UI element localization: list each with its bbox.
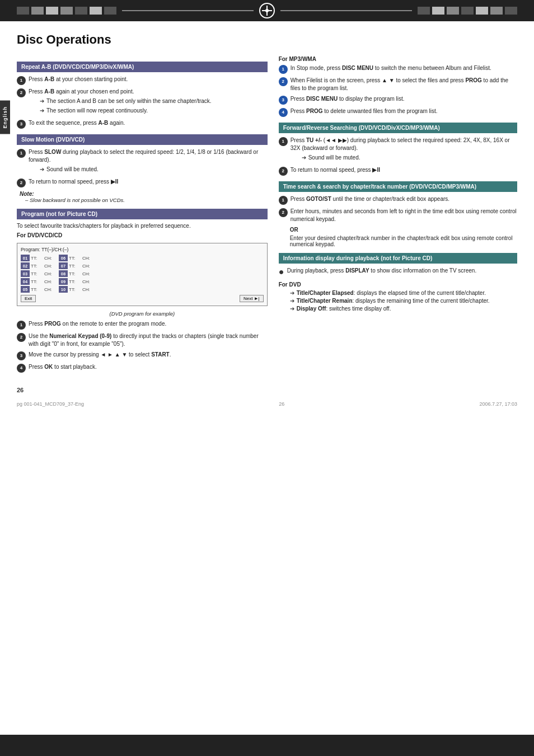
bar-block bbox=[476, 7, 488, 15]
arrow-item: ➔ Title/Chapter Elapsed: displays the el… bbox=[290, 290, 517, 296]
bottom-bar bbox=[0, 735, 534, 756]
page-content: Disc Operations Repeat A-B (DVD/VCD/CD/M… bbox=[0, 21, 534, 387]
list-item: 1 Press PROG on the remote to enter the … bbox=[17, 320, 268, 330]
or-text: Enter your desired chapter/track number … bbox=[290, 235, 517, 247]
footer-info: pg 001-041_MCD709_37-Eng 26 2006.7.27, 1… bbox=[0, 399, 534, 409]
bar-block bbox=[90, 7, 102, 15]
arrow-item: ➔ The section will now repeat continuous… bbox=[40, 107, 268, 115]
table-row: 08 TT: CH: bbox=[59, 270, 95, 277]
prog-tt: TT: bbox=[31, 287, 43, 292]
item-number: 1 bbox=[279, 137, 288, 146]
or-label: OR bbox=[290, 227, 517, 233]
list-item: 2 When Filelist is on the screen, press … bbox=[279, 77, 517, 92]
item-text: To return to normal speed, press ▶II bbox=[29, 178, 268, 186]
item-number: 1 bbox=[279, 65, 288, 74]
bar-block bbox=[505, 7, 517, 15]
table-row: 07 TT: CH: bbox=[59, 262, 95, 269]
arrow-text: Title/Chapter Elapsed: displays the elap… bbox=[297, 290, 486, 296]
item-text: To return to normal speed, press ▶II bbox=[291, 166, 517, 174]
exit-button[interactable]: Exit bbox=[21, 295, 36, 302]
prog-tt: TT: bbox=[31, 271, 43, 276]
prog-tt: TT: bbox=[31, 264, 43, 269]
item-number: 1 bbox=[17, 149, 26, 158]
footer-date: 2006.7.27, 17:03 bbox=[479, 401, 517, 407]
list-item: 1 In Stop mode, press DISC MENU to switc… bbox=[279, 64, 517, 74]
item-number: 1 bbox=[17, 321, 26, 330]
left-column: Repeat A-B (DVD/VCD/CD/MP3/DivX/WMA) 1 P… bbox=[17, 56, 268, 375]
table-row: 02 TT: CH: bbox=[21, 262, 57, 269]
forward-reverse-header: Forward/Reverse Searching (DVD/VCD/DivX/… bbox=[279, 123, 517, 133]
bar-block bbox=[31, 7, 44, 15]
list-item: 1 Press A-B at your chosen starting poin… bbox=[17, 76, 268, 85]
top-bar-line bbox=[122, 10, 254, 11]
right-column: For MP3/WMA 1 In Stop mode, press DISC M… bbox=[279, 56, 517, 375]
prog-tt: TT: bbox=[69, 256, 81, 261]
item-text: Press PROG on the remote to enter the pr… bbox=[29, 320, 268, 328]
for-dvd-subheader: For DVD/VCD/CD bbox=[17, 232, 268, 238]
table-row: 04 TT: CH: bbox=[21, 278, 57, 285]
bar-block bbox=[418, 7, 430, 15]
list-item: 1 Press GOTO/ST until the time or chapte… bbox=[279, 195, 517, 205]
item-number: 2 bbox=[279, 77, 288, 86]
item-number: 4 bbox=[279, 108, 288, 117]
prog-tt: TT: bbox=[69, 279, 81, 284]
item-text: When Filelist is on the screen, press ▲ … bbox=[291, 77, 517, 92]
item-text: Press TU +/- (◄◄ ▶▶) during playback to … bbox=[291, 137, 517, 163]
item-text: Move the cursor by pressing ◄ ► ▲ ▼ to s… bbox=[29, 351, 268, 359]
page-number: 26 bbox=[17, 387, 517, 393]
time-search-header: Time search & search by chapter/track nu… bbox=[279, 181, 517, 192]
note-title: Note: bbox=[20, 191, 268, 197]
next-button[interactable]: Next ►| bbox=[240, 295, 264, 302]
prog-footer: Exit Next ►| bbox=[21, 295, 264, 302]
item-number: 2 bbox=[279, 167, 288, 176]
prog-tt: TT: bbox=[69, 264, 81, 269]
item-number: 1 bbox=[17, 76, 26, 85]
item-text: Press A-B again at your chosen end point… bbox=[29, 88, 268, 116]
note-block: Note: – Slow backward is not possible on… bbox=[20, 191, 268, 203]
prog-num: 08 bbox=[59, 270, 68, 277]
list-item: 2 Use the Numerical Keypad (0-9) to dire… bbox=[17, 332, 268, 348]
arrow-item: ➔ Display Off: switches time display off… bbox=[290, 306, 517, 312]
prog-ch: CH: bbox=[82, 256, 95, 261]
program-intro: To select favourite tracks/chapters for … bbox=[17, 223, 268, 229]
bar-block bbox=[17, 7, 29, 15]
list-item: 3 Move the cursor by pressing ◄ ► ▲ ▼ to… bbox=[17, 351, 268, 360]
table-row: 06 TT: CH: bbox=[59, 255, 95, 261]
arrow-text: Display Off: switches time display off. bbox=[297, 306, 391, 312]
prog-num: 06 bbox=[59, 255, 68, 261]
prog-table-title: Program: TT(–)/CH:(–) bbox=[21, 247, 264, 252]
item-text: Press GOTO/ST until the time or chapter/… bbox=[291, 195, 517, 203]
program-table-caption: (DVD program for example) bbox=[17, 311, 268, 317]
list-item: 2 Enter hours, minutes and seconds from … bbox=[279, 208, 517, 223]
item-number: 3 bbox=[17, 120, 26, 129]
prog-tt: TT: bbox=[31, 256, 43, 261]
prog-num: 10 bbox=[59, 286, 68, 293]
item-number: 3 bbox=[279, 96, 288, 105]
table-row: 03 TT: CH: bbox=[21, 270, 57, 277]
list-item: 4 Press OK to start playback. bbox=[17, 363, 268, 373]
item-number: 4 bbox=[17, 364, 26, 373]
item-text: Enter hours, minutes and seconds from le… bbox=[291, 208, 517, 223]
item-number: 2 bbox=[17, 333, 26, 342]
list-item: 3 Press DISC MENU to display the program… bbox=[279, 95, 517, 105]
item-number: 2 bbox=[17, 88, 26, 97]
note-dash-text: – Slow backward is not possible on VCDs. bbox=[25, 197, 268, 203]
prog-ch: CH: bbox=[82, 264, 95, 269]
table-row: 10 TT: CH: bbox=[59, 286, 95, 293]
item-text: Press PROG to delete unwanted files from… bbox=[291, 107, 517, 115]
prog-tt: TT: bbox=[31, 279, 43, 284]
arrow-item: ➔ Sound will be muted. bbox=[302, 154, 517, 162]
arrow-text: Title/Chapter Remain: displays the remai… bbox=[297, 298, 490, 304]
prog-ch: CH: bbox=[82, 287, 95, 292]
prog-num: 02 bbox=[21, 262, 30, 269]
for-dvd-info-header: For DVD bbox=[279, 281, 517, 288]
item-number: 3 bbox=[17, 351, 26, 360]
footer-file: pg 001-041_MCD709_37-Eng bbox=[17, 401, 84, 407]
prog-tt: TT: bbox=[69, 271, 81, 276]
top-bar bbox=[0, 0, 534, 21]
two-column-layout: Repeat A-B (DVD/VCD/CD/MP3/DivX/WMA) 1 P… bbox=[17, 56, 517, 375]
list-item: 2 Press A-B again at your chosen end poi… bbox=[17, 88, 268, 116]
prog-col-right: 06 TT: CH: 07 TT: CH: 08 TT: CH: bbox=[59, 255, 95, 293]
repeat-ab-header: Repeat A-B (DVD/VCD/CD/MP3/DivX/WMA) bbox=[17, 62, 268, 72]
prog-num: 03 bbox=[21, 270, 30, 277]
